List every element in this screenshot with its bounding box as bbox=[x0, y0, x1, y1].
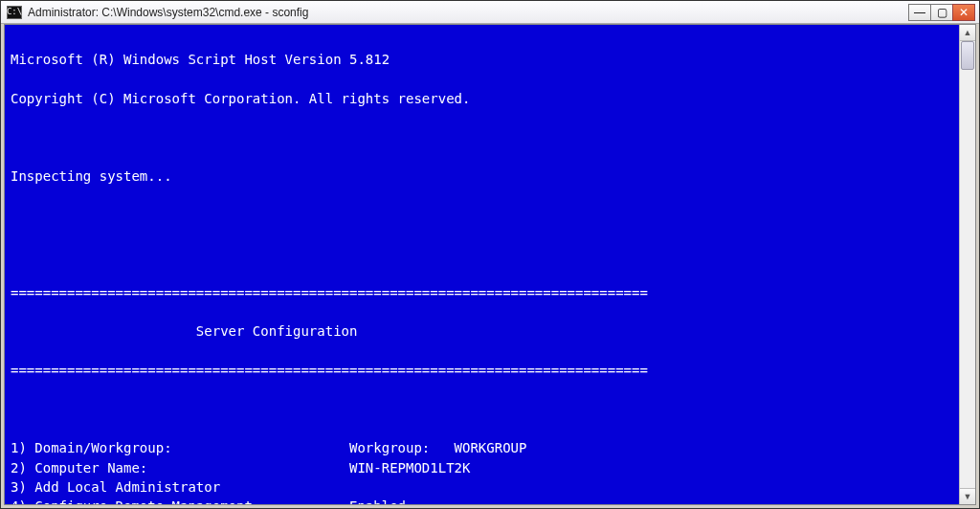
close-button[interactable]: ✕ bbox=[952, 4, 975, 21]
client-area: Microsoft (R) Windows Script Host Versio… bbox=[4, 24, 976, 505]
blank-line bbox=[11, 206, 951, 225]
menu-item: 1) Domain/Workgroup: Workgroup: WORKGROU… bbox=[11, 438, 951, 457]
maximize-button[interactable]: ▢ bbox=[930, 4, 953, 21]
scroll-down-button[interactable]: ▼ bbox=[960, 488, 975, 504]
separator-top: ========================================… bbox=[11, 283, 951, 302]
scroll-up-button[interactable]: ▲ bbox=[960, 25, 975, 41]
menu-item: 4) Configure Remote Management Enabled bbox=[11, 497, 951, 504]
menu-item: 3) Add Local Administrator bbox=[11, 477, 951, 497]
window-titlebar: C:\ Administrator: C:\Windows\system32\c… bbox=[1, 1, 979, 24]
cmd-icon: C:\ bbox=[7, 6, 22, 19]
separator-bottom: ========================================… bbox=[11, 361, 951, 380]
window-title: Administrator: C:\Windows\system32\cmd.e… bbox=[28, 6, 908, 19]
vertical-scrollbar[interactable]: ▲ ▼ bbox=[959, 25, 975, 504]
minimize-button[interactable]: — bbox=[908, 4, 931, 21]
console-output[interactable]: Microsoft (R) Windows Script Host Versio… bbox=[5, 25, 959, 504]
blank-line bbox=[11, 400, 951, 419]
scroll-track[interactable] bbox=[960, 41, 975, 488]
inspecting-line: Inspecting system... bbox=[11, 166, 951, 186]
blank-line bbox=[11, 127, 951, 146]
app-title: Server Configuration bbox=[11, 321, 951, 341]
window-controls: — ▢ ✕ bbox=[908, 4, 975, 21]
scroll-thumb[interactable] bbox=[961, 41, 974, 70]
blank-line bbox=[11, 244, 951, 263]
console-copyright: Copyright (C) Microsoft Corporation. All… bbox=[11, 89, 951, 108]
menu-item: 2) Computer Name: WIN-REPMOD1LT2K bbox=[11, 458, 951, 477]
menu-items: 1) Domain/Workgroup: Workgroup: WORKGROU… bbox=[11, 438, 951, 504]
console-header: Microsoft (R) Windows Script Host Versio… bbox=[11, 50, 951, 69]
